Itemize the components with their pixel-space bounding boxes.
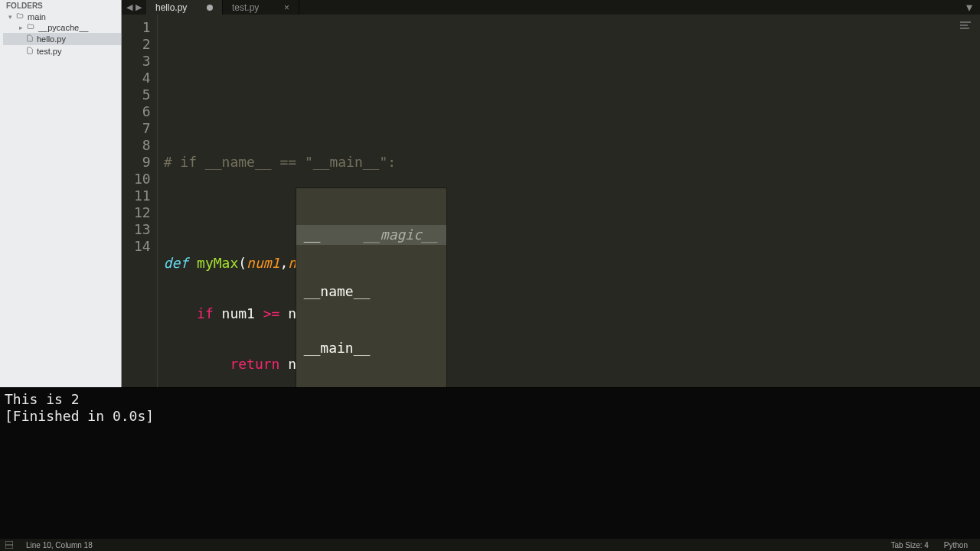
sidebar-header: FOLDERS xyxy=(0,0,121,11)
svg-rect-1 xyxy=(960,24,968,26)
file-test-py[interactable]: test.py xyxy=(3,45,121,57)
file-icon xyxy=(26,34,34,44)
output-line: [Finished in 0.0s] xyxy=(5,408,154,424)
line-number-gutter: 1 2 3 4 5 6 7 8 9 10 11 12 13 14 xyxy=(122,15,158,387)
folder-label: __pycache__ xyxy=(38,23,88,32)
nav-back-icon[interactable]: ◀ xyxy=(125,2,134,12)
tab-label: hello.py xyxy=(155,2,201,13)
svg-rect-2 xyxy=(960,28,969,29)
tab-size[interactable]: Tab Size: 4 xyxy=(883,541,936,549)
panel-switcher-icon[interactable] xyxy=(5,540,14,549)
folder-label: main xyxy=(28,12,46,21)
chevron-down-icon: ▾ xyxy=(966,0,972,15)
tab-hello-py[interactable]: hello.py xyxy=(146,0,223,15)
file-hello-py[interactable]: hello.py xyxy=(3,33,121,45)
tab-test-py[interactable]: test.py × xyxy=(223,0,299,15)
svg-rect-0 xyxy=(960,21,971,23)
file-label: hello.py xyxy=(37,34,66,44)
close-icon[interactable]: × xyxy=(284,2,289,13)
folder-pycache[interactable]: ▸ __pycache__ xyxy=(3,22,121,33)
file-label: test.py xyxy=(37,47,61,56)
cursor-position[interactable]: Line 10, Column 18 xyxy=(18,541,100,549)
autocomplete-popup: __ __magic__ __name__ __main__ xyxy=(296,187,447,387)
minimap-indicator-icon xyxy=(959,19,975,31)
folder-main[interactable]: ▾ main xyxy=(3,11,121,22)
tab-overflow-menu[interactable]: ▾ xyxy=(959,0,980,15)
editor-area: ◀ ▶ hello.py test.py × ▾ 1 2 3 4 5 xyxy=(122,0,980,387)
autocomplete-item[interactable]: __main__ xyxy=(296,338,446,358)
build-output-panel[interactable]: This is 2 [Finished in 0.0s] xyxy=(0,387,980,539)
file-icon xyxy=(26,46,34,57)
tab-bar: ◀ ▶ hello.py test.py × ▾ xyxy=(122,0,980,15)
output-line: This is 2 xyxy=(5,391,80,407)
nav-forward-icon[interactable]: ▶ xyxy=(134,2,143,12)
dirty-indicator-icon xyxy=(207,5,213,11)
syntax-mode[interactable]: Python xyxy=(936,541,975,549)
chevron-down-icon: ▾ xyxy=(6,13,14,21)
chevron-right-icon: ▸ xyxy=(17,24,24,31)
autocomplete-item[interactable]: __name__ xyxy=(296,282,446,302)
folder-icon xyxy=(26,23,35,32)
code-editor[interactable]: 1 2 3 4 5 6 7 8 9 10 11 12 13 14 # if __… xyxy=(122,15,980,387)
autocomplete-item[interactable]: __ __magic__ xyxy=(296,225,446,245)
folder-icon xyxy=(15,12,24,21)
tab-label: test.py xyxy=(232,2,278,13)
folder-sidebar: FOLDERS ▾ main ▸ __pycache__ hell xyxy=(0,0,122,387)
status-bar: Line 10, Column 18 Tab Size: 4 Python xyxy=(0,539,980,551)
